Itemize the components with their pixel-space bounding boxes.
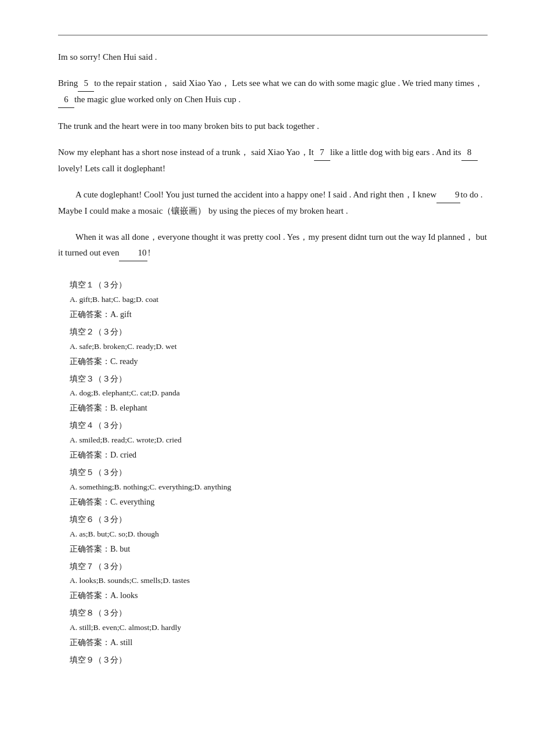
p6-part2: ! xyxy=(147,248,150,257)
p2-part1: Bring xyxy=(58,78,78,88)
answer-block-8: 填空８（３分）A. still;B. even;C. almost;D. har… xyxy=(70,606,488,650)
paragraph-5: A cute doglephant! Cool! You just turned… xyxy=(58,187,488,219)
blank-8: 8 xyxy=(461,145,478,161)
answer-options-4: A. smiled;B. read;C. wrote;D. cried xyxy=(70,433,488,448)
answer-correct-1: 正确答案：A. gift xyxy=(70,307,488,322)
answer-correct-3: 正确答案：B. elephant xyxy=(70,401,488,416)
paragraph-2: Bring5to the repair station， said Xiao Y… xyxy=(58,75,488,108)
answer-options-6: A. as;B. but;C. so;D. though xyxy=(70,527,488,542)
answer-block-5: 填空５（３分）A. something;B. nothing;C. everyt… xyxy=(70,465,488,510)
answer-label-2: 填空２（３分） xyxy=(70,325,488,340)
answer-block-1: 填空１（３分）A. gift;B. hat;C. bag;D. coat正确答案… xyxy=(70,278,488,322)
answer-block-6: 填空６（３分）A. as;B. but;C. so;D. though正确答案：… xyxy=(70,512,488,557)
blank-6: 6 xyxy=(58,92,74,108)
answer-correct-5: 正确答案：C. everything xyxy=(70,495,488,510)
blank-10: 10 xyxy=(119,245,147,261)
blank-5: 5 xyxy=(78,75,94,92)
answer-options-1: A. gift;B. hat;C. bag;D. coat xyxy=(70,293,488,307)
answer-block-2: 填空２（３分）A. safe;B. broken;C. ready;D. wet… xyxy=(70,325,488,369)
answer-correct-8: 正确答案：A. still xyxy=(70,635,488,650)
answer-label-6: 填空６（３分） xyxy=(70,512,488,527)
answer-label-8: 填空８（３分） xyxy=(70,606,488,621)
p4-part1: Now my elephant has a short nose instead… xyxy=(58,147,314,157)
answer-label-7: 填空７（３分） xyxy=(70,559,488,574)
top-divider xyxy=(58,35,488,35)
paragraph-6: When it was all done，everyone thought it… xyxy=(58,229,488,261)
blank-9: 9 xyxy=(436,187,461,203)
answer-options-3: A. dog;B. elephant;C. cat;D. panda xyxy=(70,386,488,401)
p4-part3: lovely! Lets call it doglephant! xyxy=(58,164,165,173)
answer-label-9: 填空９（３分） xyxy=(70,653,488,668)
answer-correct-7: 正确答案：A. looks xyxy=(70,588,488,603)
answer-correct-2: 正确答案：C. ready xyxy=(70,354,488,369)
answer-block-9: 填空９（３分） xyxy=(70,653,488,668)
answer-options-2: A. safe;B. broken;C. ready;D. wet xyxy=(70,340,488,354)
paragraph-1: Im so sorry! Chen Hui said . xyxy=(58,49,488,65)
paragraph-1-text: Im so sorry! Chen Hui said . xyxy=(58,52,157,62)
answer-options-5: A. something;B. nothing;C. everything;D.… xyxy=(70,480,488,495)
paragraph-4: Now my elephant has a short nose instead… xyxy=(58,145,488,177)
answer-options-8: A. still;B. even;C. almost;D. hardly xyxy=(70,621,488,635)
p2-part2: to the repair station， said Xiao Yao， Le… xyxy=(94,78,483,88)
answer-block-4: 填空４（３分）A. smiled;B. read;C. wrote;D. cri… xyxy=(70,418,488,463)
answer-correct-6: 正确答案：B. but xyxy=(70,542,488,557)
answer-correct-4: 正确答案：D. cried xyxy=(70,448,488,463)
blank-7: 7 xyxy=(314,145,330,161)
answer-label-4: 填空４（３分） xyxy=(70,418,488,433)
paragraph-3-text: The trunk and the heart were in too many… xyxy=(58,121,319,131)
answer-label-1: 填空１（３分） xyxy=(70,278,488,293)
answer-label-3: 填空３（３分） xyxy=(70,372,488,387)
answer-block-3: 填空３（３分）A. dog;B. elephant;C. cat;D. pand… xyxy=(70,372,488,416)
answer-label-5: 填空５（３分） xyxy=(70,465,488,480)
answer-block-7: 填空７（３分）A. looks;B. sounds;C. smells;D. t… xyxy=(70,559,488,604)
p2-part3: the magic glue worked only on Chen Huis … xyxy=(74,95,241,104)
p5-part1: A cute doglephant! Cool! You just turned… xyxy=(75,190,436,199)
answer-section: 填空１（３分）A. gift;B. hat;C. bag;D. coat正确答案… xyxy=(58,278,488,668)
p4-part2: like a little dog with big ears . And it… xyxy=(330,147,461,157)
answer-options-7: A. looks;B. sounds;C. smells;D. tastes xyxy=(70,574,488,588)
paragraph-3: The trunk and the heart were in too many… xyxy=(58,118,488,134)
